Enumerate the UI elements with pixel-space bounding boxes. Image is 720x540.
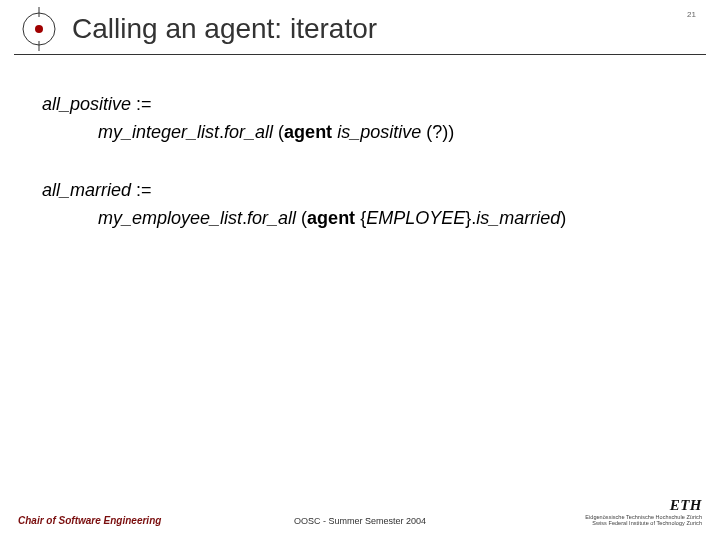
- footer-right: ETH Eidgenössische Technische Hochschule…: [585, 497, 702, 526]
- variable-name: all_positive: [42, 94, 131, 114]
- logo-icon: [14, 6, 64, 52]
- arg: (?: [421, 122, 442, 142]
- paren-close: ): [560, 208, 566, 228]
- code-line-2: my_integer_list.for_all (agent is_positi…: [42, 119, 692, 147]
- slide-body: all_positive := my_integer_list.for_all …: [0, 55, 720, 233]
- assign-op: :=: [131, 180, 152, 200]
- predicate: is_married: [476, 208, 560, 228]
- variable-name: all_married: [42, 180, 131, 200]
- slide: Calling an agent: iterator 21 all_positi…: [0, 0, 720, 540]
- svg-point-1: [35, 25, 43, 33]
- method-call: for_all: [247, 208, 301, 228]
- eth-logo: ETH: [585, 497, 702, 514]
- object-ref: my_employee_list: [98, 208, 242, 228]
- slide-footer: Chair of Software Engineering OOSC - Sum…: [0, 497, 720, 526]
- slide-title: Calling an agent: iterator: [72, 13, 687, 45]
- brace-open: {: [355, 208, 366, 228]
- object-ref: my_integer_list: [98, 122, 219, 142]
- agent-keyword: agent: [284, 122, 332, 142]
- brace-close: }.: [465, 208, 476, 228]
- predicate: is_positive: [337, 122, 421, 142]
- slide-header: Calling an agent: iterator 21: [0, 0, 720, 52]
- code-line-4: my_employee_list.for_all (agent {EMPLOYE…: [42, 205, 692, 233]
- paren-close: )): [442, 122, 454, 142]
- footer-left: Chair of Software Engineering: [18, 515, 161, 526]
- page-number: 21: [687, 10, 696, 19]
- block-gap: [42, 147, 692, 177]
- method-call: for_all: [224, 122, 278, 142]
- type-name: EMPLOYEE: [366, 208, 465, 228]
- code-line-3: all_married :=: [42, 177, 692, 205]
- assign-op: :=: [131, 94, 152, 114]
- code-line-1: all_positive :=: [42, 91, 692, 119]
- eth-sub2: Swiss Federal Institute of Technology Zu…: [585, 520, 702, 526]
- agent-keyword: agent: [307, 208, 355, 228]
- footer-center: OOSC - Summer Semester 2004: [294, 516, 426, 526]
